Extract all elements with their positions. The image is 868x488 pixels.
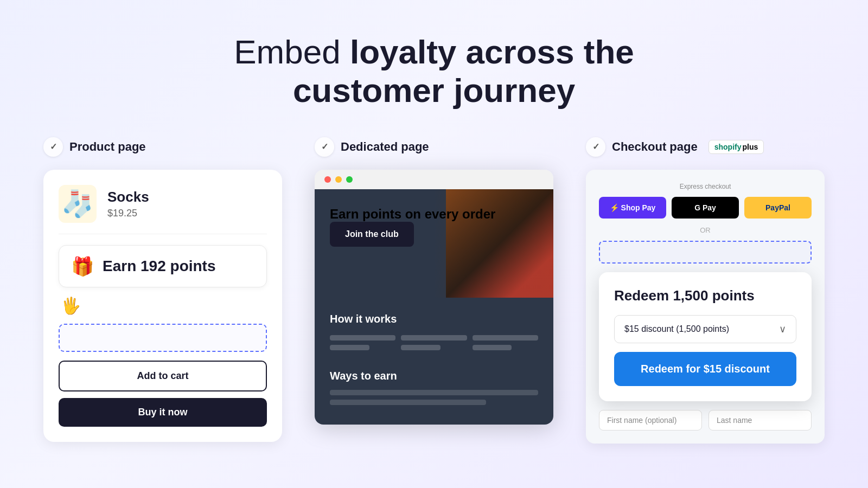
headline-part1: Embed — [234, 33, 350, 70]
redeem-select-value: $15 discount (1,500 points) — [624, 324, 729, 334]
checkout-page-check: ✓ — [586, 137, 605, 157]
how-it-works-heading: How it works — [330, 313, 538, 325]
ppay-label: PayPal — [765, 203, 790, 212]
loyalty-widget-placeholder — [59, 324, 267, 352]
ph-line-4 — [401, 345, 441, 350]
redeem-button[interactable]: Redeem for $15 discount — [614, 352, 796, 386]
how-it-works-items — [330, 335, 538, 355]
cursor-hand-icon: 🖐️ — [61, 296, 81, 315]
shopify-plus-text: plus — [742, 143, 758, 151]
columns-container: ✓ Product page 🧦 Socks $19.25 🎁 Earn 192… — [43, 137, 825, 444]
product-card: 🧦 Socks $19.25 🎁 Earn 192 points 🖐️ Add … — [43, 170, 282, 442]
product-price: $19.25 — [107, 208, 149, 219]
hiw-col-2 — [401, 335, 467, 355]
browser-dot-yellow — [335, 176, 342, 183]
product-info: Socks $19.25 — [107, 189, 149, 219]
redeem-select-dropdown[interactable]: $15 discount (1,500 points) ∨ — [614, 315, 796, 343]
product-page-check: ✓ — [43, 137, 63, 157]
shopay-icon: ⚡ — [610, 203, 619, 212]
headline-part2: loyalty across the — [350, 33, 634, 70]
hero-content: Earn points on every order Join the club — [330, 207, 538, 264]
browser-lower-section: How it works Ways to earn — [315, 298, 553, 425]
wte-line-1 — [330, 390, 538, 395]
redeem-card: Redeem 1,500 points $15 discount (1,500 … — [599, 272, 812, 401]
product-name: Socks — [107, 189, 149, 206]
hiw-col-1 — [330, 335, 395, 355]
email-input-placeholder — [599, 241, 812, 264]
headline-part3: customer journey — [293, 72, 575, 109]
shopay-label: Shop Pay — [621, 203, 656, 212]
ppay-button[interactable]: PayPal — [744, 197, 812, 219]
express-checkout-label: Express checkout — [599, 183, 812, 190]
dedicated-page-title: Dedicated page — [341, 140, 429, 154]
headline: Embed loyalty across the customer journe… — [234, 33, 634, 110]
gpay-button[interactable]: G Pay — [672, 197, 739, 219]
column-product-page: ✓ Product page 🧦 Socks $19.25 🎁 Earn 192… — [43, 137, 282, 442]
shopify-plus-badge: shopifyplus — [709, 140, 764, 154]
last-name-input[interactable]: Last name — [709, 410, 812, 431]
gift-icon: 🎁 — [71, 255, 94, 277]
hero-heading: Earn points on every order — [330, 207, 538, 222]
checkout-page-title: Checkout page — [612, 140, 698, 154]
dedicated-page-check: ✓ — [315, 137, 334, 157]
ph-line-1 — [330, 335, 395, 341]
wte-line-2 — [330, 400, 486, 405]
ph-line-6 — [473, 345, 512, 350]
checkout-wrapper: Express checkout ⚡ Shop Pay G Pay PayPal… — [586, 170, 825, 444]
product-page-label: ✓ Product page — [43, 137, 146, 157]
browser-hero-section: Earn points on every order Join the club — [315, 189, 553, 298]
redeem-title: Redeem 1,500 points — [614, 287, 796, 304]
sock-icon: 🧦 — [59, 185, 97, 223]
express-checkout-buttons: ⚡ Shop Pay G Pay PayPal — [599, 197, 812, 219]
ph-line-5 — [473, 335, 538, 341]
browser-dot-red — [324, 176, 331, 183]
column-checkout-page: ✓ Checkout page shopifyplus Express chec… — [586, 137, 825, 444]
product-page-title: Product page — [69, 140, 146, 154]
ways-to-earn-heading: Ways to earn — [330, 370, 538, 382]
cursor-area: 🖐️ — [59, 296, 267, 315]
shopify-logo-text: shopify — [714, 143, 742, 151]
name-form-row: First name (optional) Last name — [599, 410, 812, 431]
column-dedicated-page: ✓ Dedicated page Earn points on every or… — [315, 137, 553, 425]
browser-dot-green — [346, 176, 353, 183]
or-divider: OR — [599, 226, 812, 234]
hiw-col-3 — [473, 335, 538, 355]
product-header: 🧦 Socks $19.25 — [59, 185, 267, 234]
browser-mockup: Earn points on every order Join the club… — [315, 170, 553, 425]
earn-banner: 🎁 Earn 192 points — [59, 245, 267, 287]
buy-now-button[interactable]: Buy it now — [59, 398, 267, 427]
chevron-down-icon: ∨ — [779, 323, 786, 335]
ph-line-2 — [330, 345, 369, 350]
checkout-bg-card: Express checkout ⚡ Shop Pay G Pay PayPal… — [586, 170, 825, 444]
checkout-page-label: ✓ Checkout page shopifyplus — [586, 137, 764, 157]
ph-line-3 — [401, 335, 467, 341]
browser-bar — [315, 170, 553, 189]
gpay-label: G Pay — [694, 203, 716, 212]
dedicated-page-label: ✓ Dedicated page — [315, 137, 429, 157]
join-club-button[interactable]: Join the club — [330, 222, 414, 247]
shopay-button[interactable]: ⚡ Shop Pay — [599, 197, 666, 219]
first-name-input[interactable]: First name (optional) — [599, 410, 702, 431]
earn-points-text: Earn 192 points — [103, 258, 216, 275]
add-to-cart-button[interactable]: Add to cart — [59, 361, 267, 391]
